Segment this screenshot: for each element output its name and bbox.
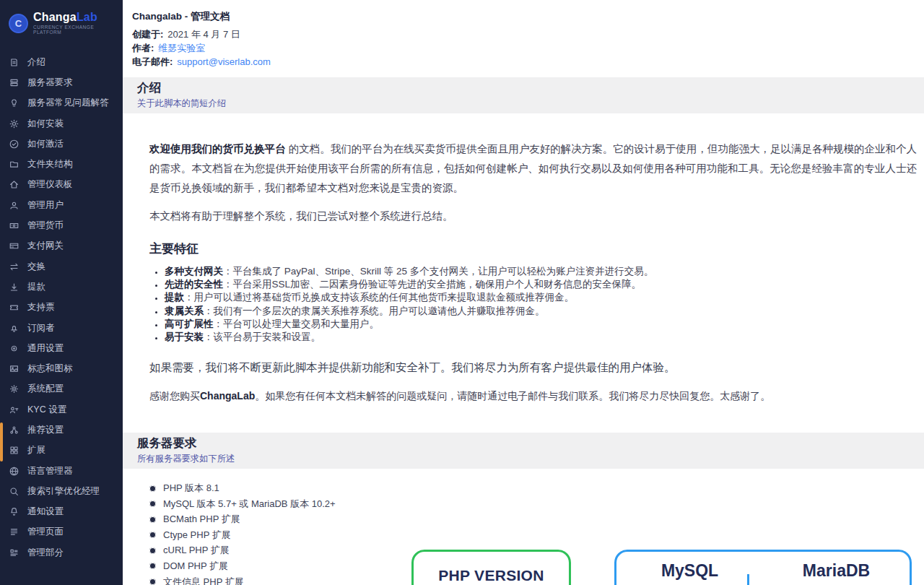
brand-tagline: CURRENCY EXCHANGE PLATFORM xyxy=(33,25,117,35)
requirement-text: Ctype PHP 扩展 xyxy=(163,529,231,542)
sidebar-item-20[interactable]: 扩展 xyxy=(0,441,123,461)
feature-item: 隶属关系：我们有一个多层次的隶属关系推荐系统。用户可以邀请他人并赚取推荐佣金。 xyxy=(165,305,917,318)
meta-author-label: 作者: xyxy=(132,43,154,53)
sidebar-item-4[interactable]: 如何安装 xyxy=(0,113,123,134)
bullet-icon xyxy=(149,516,156,523)
meta-author: 作者:维瑟实验室 xyxy=(132,41,924,55)
server-section-title: 服务器要求 xyxy=(137,436,924,450)
feature-item: 先进的安全性：平台采用SSL加密、二因素身份验证等先进的安全措施，确保用户个人和… xyxy=(165,278,917,291)
server-section-subtitle: 所有服务器要求如下所述 xyxy=(137,453,924,465)
sidebar-item-3[interactable]: 服务器常见问题解答 xyxy=(0,93,123,113)
sidebar-item-label: 订阅者 xyxy=(27,322,55,334)
intro-paragraph: 欢迎使用我们的货币兑换平台 的文档。我们的平台为在线买卖货币提供全面且用户友好的… xyxy=(149,139,917,198)
updates-paragraph: 如果需要，我们将不断更新此脚本并提供新功能和安全补丁。我们将尽力为所有客户提供最… xyxy=(149,359,917,376)
meta-created-value: 2021 年 4 月 7 日 xyxy=(167,29,240,40)
sidebar-item-label: 管理仪表板 xyxy=(27,178,73,191)
sidebar-item-label: 语言管理器 xyxy=(27,465,73,477)
requirement-text: cURL PHP 扩展 xyxy=(163,544,230,557)
intro-icon xyxy=(9,58,19,67)
bullet-icon xyxy=(149,547,156,554)
intro-section-title: 介绍 xyxy=(137,81,924,95)
requirement-text: PHP 版本 8.1 xyxy=(163,482,219,495)
author-link[interactable]: 维瑟实验室 xyxy=(158,43,205,53)
app-logo[interactable]: C ChangaLab CURRENCY EXCHANGE PLATFORM xyxy=(0,0,123,35)
or-connector-line xyxy=(747,574,749,585)
sidebar-item-label: 如何激活 xyxy=(27,138,64,150)
meta-email-label: 电子邮件: xyxy=(132,56,173,67)
features-list: 多种支付网关：平台集成了 PayPal、Stripe、Skrill 等 25 多… xyxy=(149,265,917,344)
server-icon xyxy=(9,78,19,87)
sidebar-item-label: 支持票 xyxy=(27,301,55,313)
sidebar-item-label: 交换 xyxy=(27,261,45,273)
intro-paragraph-bold: 欢迎使用我们的货币兑换平台 xyxy=(149,143,286,155)
sidebar-item-label: 如何安装 xyxy=(27,118,64,130)
sidebar-item-19[interactable]: 推荐设置 xyxy=(0,420,123,440)
sidebar-item-label: 服务器常见问题解答 xyxy=(27,97,109,109)
sidebar-item-8[interactable]: 管理用户 xyxy=(0,195,123,215)
sidebar-item-15[interactable]: 通用设置 xyxy=(0,338,123,358)
sidebar-item-2[interactable]: 服务器要求 xyxy=(0,72,123,92)
sidebar-item-21[interactable]: 语言管理器 xyxy=(0,461,123,481)
meta-created-label: 创建于: xyxy=(132,29,163,40)
sidebar-item-23[interactable]: 通知设置 xyxy=(0,502,123,522)
requirement-item: PHP 版本 8.1 xyxy=(149,480,924,496)
sidebar-item-9[interactable]: 管理货币 xyxy=(0,215,123,235)
download-icon xyxy=(9,282,19,292)
settings-icon xyxy=(9,344,19,353)
feature-text: ：平台采用SSL加密、二因素身份验证等先进的安全措施，确保用户个人和财务信息的安… xyxy=(223,279,641,290)
sidebar-item-17[interactable]: 系统配置 xyxy=(0,379,123,399)
sidebar-item-7[interactable]: 管理仪表板 xyxy=(0,175,123,195)
sidebar-item-24[interactable]: 管理页面 xyxy=(0,522,123,542)
sidebar-item-11[interactable]: 交换 xyxy=(0,256,123,277)
email-link[interactable]: support@viserlab.com xyxy=(177,56,271,67)
sidebar-item-label: 推荐设置 xyxy=(27,424,64,436)
sidebar-item-1[interactable]: 介绍 xyxy=(0,52,123,72)
kyc-icon xyxy=(9,405,19,415)
sidebar-item-13[interactable]: 支持票 xyxy=(0,298,123,318)
meta-created: 创建于:2021 年 4 月 7 日 xyxy=(132,27,924,41)
requirement-text: BCMath PHP 扩展 xyxy=(163,513,240,526)
sidebar-item-label: KYC 设置 xyxy=(27,404,66,416)
sidebar-scrollbar-thumb[interactable] xyxy=(0,422,3,462)
features-title: 主要特征 xyxy=(149,240,917,257)
thanks-pre: 感谢您购买 xyxy=(149,390,200,402)
summary-paragraph: 本文档将有助于理解整个系统，我们已尝试对整个系统进行总结。 xyxy=(149,207,917,226)
feature-text: ：我们有一个多层次的隶属关系推荐系统。用户可以邀请他人并赚取推荐佣金。 xyxy=(204,306,545,316)
sidebar-item-label: 通知设置 xyxy=(27,506,64,518)
feature-label: 易于安装 xyxy=(165,332,204,342)
bullet-icon xyxy=(149,485,156,492)
sidebar-item-label: 介绍 xyxy=(27,56,45,69)
sidebar-item-12[interactable]: 提款 xyxy=(0,277,123,297)
sidebar-item-label: 通用设置 xyxy=(27,342,64,355)
doc-header: Changalab - 管理文档 创建于:2021 年 4 月 7 日 作者:维… xyxy=(123,0,924,77)
feature-text: ：平台集成了 PayPal、Stripe、Skrill 等 25 多个支付网关，… xyxy=(223,266,653,277)
language-icon xyxy=(9,467,19,476)
sidebar-item-25[interactable]: 管理部分 xyxy=(0,542,123,563)
sidebar-item-22[interactable]: 搜索引擎优化经理 xyxy=(0,481,123,501)
feature-label: 高可扩展性 xyxy=(165,318,214,329)
sidebar-item-label: 搜索引擎优化经理 xyxy=(27,485,100,498)
thanks-post: 。如果您有任何本文档未解答的问题或疑问，请随时通过电子邮件与我们联系。我们将尽力… xyxy=(255,390,770,402)
sidebar-item-5[interactable]: 如何激活 xyxy=(0,134,123,154)
card-icon xyxy=(9,241,19,251)
user-icon xyxy=(9,201,19,210)
server-requirements-body: PHP 版本 8.1MySQL 版本 5.7+ 或 MariaDB 版本 10.… xyxy=(123,469,924,585)
sidebar-item-14[interactable]: 订阅者 xyxy=(0,318,123,338)
intro-section-subtitle: 关于此脚本的简短介绍 xyxy=(137,98,924,110)
sections-icon xyxy=(9,548,19,558)
feature-item: 多种支付网关：平台集成了 PayPal、Stripe、Skrill 等 25 多… xyxy=(165,265,917,278)
config-icon xyxy=(9,384,19,394)
bulb-icon xyxy=(9,98,19,108)
sidebar-item-6[interactable]: 文件夹结构 xyxy=(0,154,123,174)
sidebar-item-label: 标志和图标 xyxy=(27,363,73,375)
home-icon xyxy=(9,180,19,189)
php-version-badge: PHP VERSION 8.1 xyxy=(411,550,571,585)
sidebar-item-label: 管理货币 xyxy=(27,220,64,232)
sidebar-item-18[interactable]: KYC 设置 xyxy=(0,399,123,420)
sidebar-item-10[interactable]: 支付网关 xyxy=(0,236,123,256)
pages-icon xyxy=(9,527,19,537)
sidebar-item-16[interactable]: 标志和图标 xyxy=(0,358,123,378)
notification-icon xyxy=(9,507,19,516)
doc-title: Changalab - 管理文档 xyxy=(132,10,924,23)
feature-label: 先进的安全性 xyxy=(165,279,223,290)
